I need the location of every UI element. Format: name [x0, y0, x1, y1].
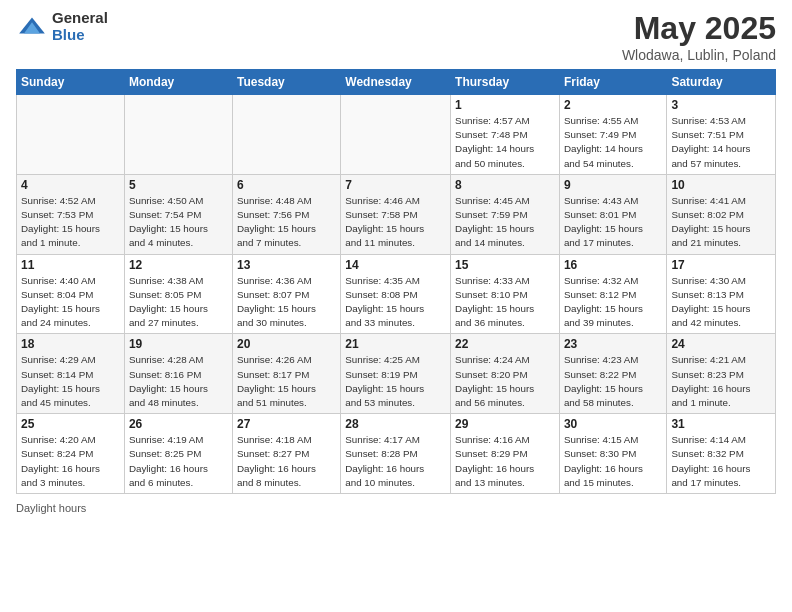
- day-info: Sunrise: 4:28 AM Sunset: 8:16 PM Dayligh…: [129, 353, 228, 410]
- calendar-cell: 27Sunrise: 4:18 AM Sunset: 8:27 PM Dayli…: [232, 414, 340, 494]
- day-info: Sunrise: 4:14 AM Sunset: 8:32 PM Dayligh…: [671, 433, 771, 490]
- day-number: 9: [564, 178, 662, 192]
- calendar-header-sunday: Sunday: [17, 70, 125, 95]
- header: General Blue May 2025 Wlodawa, Lublin, P…: [16, 10, 776, 63]
- day-number: 18: [21, 337, 120, 351]
- footer: Daylight hours: [16, 502, 776, 514]
- calendar-cell: 25Sunrise: 4:20 AM Sunset: 8:24 PM Dayli…: [17, 414, 125, 494]
- calendar-header-wednesday: Wednesday: [341, 70, 451, 95]
- logo-text: General Blue: [52, 10, 108, 43]
- title-month: May 2025: [622, 10, 776, 47]
- day-info: Sunrise: 4:17 AM Sunset: 8:28 PM Dayligh…: [345, 433, 446, 490]
- day-number: 4: [21, 178, 120, 192]
- calendar-cell: 10Sunrise: 4:41 AM Sunset: 8:02 PM Dayli…: [667, 174, 776, 254]
- day-info: Sunrise: 4:16 AM Sunset: 8:29 PM Dayligh…: [455, 433, 555, 490]
- day-number: 21: [345, 337, 446, 351]
- day-number: 12: [129, 258, 228, 272]
- calendar-cell: [341, 95, 451, 175]
- day-info: Sunrise: 4:36 AM Sunset: 8:07 PM Dayligh…: [237, 274, 336, 331]
- day-number: 17: [671, 258, 771, 272]
- calendar-cell: 8Sunrise: 4:45 AM Sunset: 7:59 PM Daylig…: [451, 174, 560, 254]
- footer-label: Daylight hours: [16, 502, 86, 514]
- day-number: 27: [237, 417, 336, 431]
- calendar-cell: 31Sunrise: 4:14 AM Sunset: 8:32 PM Dayli…: [667, 414, 776, 494]
- calendar-cell: 21Sunrise: 4:25 AM Sunset: 8:19 PM Dayli…: [341, 334, 451, 414]
- day-info: Sunrise: 4:43 AM Sunset: 8:01 PM Dayligh…: [564, 194, 662, 251]
- calendar-header-friday: Friday: [559, 70, 666, 95]
- calendar-header-saturday: Saturday: [667, 70, 776, 95]
- day-info: Sunrise: 4:23 AM Sunset: 8:22 PM Dayligh…: [564, 353, 662, 410]
- calendar-cell: 19Sunrise: 4:28 AM Sunset: 8:16 PM Dayli…: [124, 334, 232, 414]
- page: General Blue May 2025 Wlodawa, Lublin, P…: [0, 0, 792, 612]
- title-location: Wlodawa, Lublin, Poland: [622, 47, 776, 63]
- day-info: Sunrise: 4:46 AM Sunset: 7:58 PM Dayligh…: [345, 194, 446, 251]
- calendar-cell: 11Sunrise: 4:40 AM Sunset: 8:04 PM Dayli…: [17, 254, 125, 334]
- calendar-cell: 3Sunrise: 4:53 AM Sunset: 7:51 PM Daylig…: [667, 95, 776, 175]
- day-number: 7: [345, 178, 446, 192]
- calendar-cell: [232, 95, 340, 175]
- calendar: SundayMondayTuesdayWednesdayThursdayFrid…: [16, 69, 776, 494]
- calendar-week-2: 4Sunrise: 4:52 AM Sunset: 7:53 PM Daylig…: [17, 174, 776, 254]
- day-info: Sunrise: 4:38 AM Sunset: 8:05 PM Dayligh…: [129, 274, 228, 331]
- calendar-header-row: SundayMondayTuesdayWednesdayThursdayFrid…: [17, 70, 776, 95]
- day-info: Sunrise: 4:29 AM Sunset: 8:14 PM Dayligh…: [21, 353, 120, 410]
- day-number: 25: [21, 417, 120, 431]
- day-number: 2: [564, 98, 662, 112]
- day-info: Sunrise: 4:19 AM Sunset: 8:25 PM Dayligh…: [129, 433, 228, 490]
- day-number: 23: [564, 337, 662, 351]
- day-info: Sunrise: 4:57 AM Sunset: 7:48 PM Dayligh…: [455, 114, 555, 171]
- calendar-cell: 29Sunrise: 4:16 AM Sunset: 8:29 PM Dayli…: [451, 414, 560, 494]
- calendar-cell: 16Sunrise: 4:32 AM Sunset: 8:12 PM Dayli…: [559, 254, 666, 334]
- day-info: Sunrise: 4:25 AM Sunset: 8:19 PM Dayligh…: [345, 353, 446, 410]
- calendar-cell: 5Sunrise: 4:50 AM Sunset: 7:54 PM Daylig…: [124, 174, 232, 254]
- calendar-cell: 30Sunrise: 4:15 AM Sunset: 8:30 PM Dayli…: [559, 414, 666, 494]
- day-number: 3: [671, 98, 771, 112]
- day-number: 14: [345, 258, 446, 272]
- day-info: Sunrise: 4:52 AM Sunset: 7:53 PM Dayligh…: [21, 194, 120, 251]
- day-number: 16: [564, 258, 662, 272]
- calendar-cell: 2Sunrise: 4:55 AM Sunset: 7:49 PM Daylig…: [559, 95, 666, 175]
- day-info: Sunrise: 4:26 AM Sunset: 8:17 PM Dayligh…: [237, 353, 336, 410]
- title-block: May 2025 Wlodawa, Lublin, Poland: [622, 10, 776, 63]
- day-info: Sunrise: 4:48 AM Sunset: 7:56 PM Dayligh…: [237, 194, 336, 251]
- calendar-cell: 23Sunrise: 4:23 AM Sunset: 8:22 PM Dayli…: [559, 334, 666, 414]
- calendar-cell: 13Sunrise: 4:36 AM Sunset: 8:07 PM Dayli…: [232, 254, 340, 334]
- calendar-cell: 9Sunrise: 4:43 AM Sunset: 8:01 PM Daylig…: [559, 174, 666, 254]
- day-number: 26: [129, 417, 228, 431]
- day-number: 8: [455, 178, 555, 192]
- day-info: Sunrise: 4:55 AM Sunset: 7:49 PM Dayligh…: [564, 114, 662, 171]
- calendar-cell: 20Sunrise: 4:26 AM Sunset: 8:17 PM Dayli…: [232, 334, 340, 414]
- day-info: Sunrise: 4:45 AM Sunset: 7:59 PM Dayligh…: [455, 194, 555, 251]
- calendar-cell: 22Sunrise: 4:24 AM Sunset: 8:20 PM Dayli…: [451, 334, 560, 414]
- day-info: Sunrise: 4:20 AM Sunset: 8:24 PM Dayligh…: [21, 433, 120, 490]
- day-number: 24: [671, 337, 771, 351]
- day-number: 31: [671, 417, 771, 431]
- calendar-cell: 14Sunrise: 4:35 AM Sunset: 8:08 PM Dayli…: [341, 254, 451, 334]
- day-number: 6: [237, 178, 336, 192]
- calendar-cell: 28Sunrise: 4:17 AM Sunset: 8:28 PM Dayli…: [341, 414, 451, 494]
- day-info: Sunrise: 4:15 AM Sunset: 8:30 PM Dayligh…: [564, 433, 662, 490]
- calendar-week-1: 1Sunrise: 4:57 AM Sunset: 7:48 PM Daylig…: [17, 95, 776, 175]
- day-info: Sunrise: 4:41 AM Sunset: 8:02 PM Dayligh…: [671, 194, 771, 251]
- day-number: 1: [455, 98, 555, 112]
- logo-icon: [16, 11, 48, 43]
- day-number: 13: [237, 258, 336, 272]
- day-number: 5: [129, 178, 228, 192]
- day-info: Sunrise: 4:30 AM Sunset: 8:13 PM Dayligh…: [671, 274, 771, 331]
- calendar-cell: [17, 95, 125, 175]
- logo-blue-text: Blue: [52, 27, 108, 44]
- day-number: 30: [564, 417, 662, 431]
- day-number: 15: [455, 258, 555, 272]
- calendar-week-4: 18Sunrise: 4:29 AM Sunset: 8:14 PM Dayli…: [17, 334, 776, 414]
- day-number: 11: [21, 258, 120, 272]
- calendar-cell: [124, 95, 232, 175]
- calendar-cell: 4Sunrise: 4:52 AM Sunset: 7:53 PM Daylig…: [17, 174, 125, 254]
- calendar-cell: 1Sunrise: 4:57 AM Sunset: 7:48 PM Daylig…: [451, 95, 560, 175]
- calendar-header-tuesday: Tuesday: [232, 70, 340, 95]
- calendar-cell: 15Sunrise: 4:33 AM Sunset: 8:10 PM Dayli…: [451, 254, 560, 334]
- day-info: Sunrise: 4:35 AM Sunset: 8:08 PM Dayligh…: [345, 274, 446, 331]
- calendar-cell: 6Sunrise: 4:48 AM Sunset: 7:56 PM Daylig…: [232, 174, 340, 254]
- day-info: Sunrise: 4:40 AM Sunset: 8:04 PM Dayligh…: [21, 274, 120, 331]
- day-number: 19: [129, 337, 228, 351]
- calendar-week-5: 25Sunrise: 4:20 AM Sunset: 8:24 PM Dayli…: [17, 414, 776, 494]
